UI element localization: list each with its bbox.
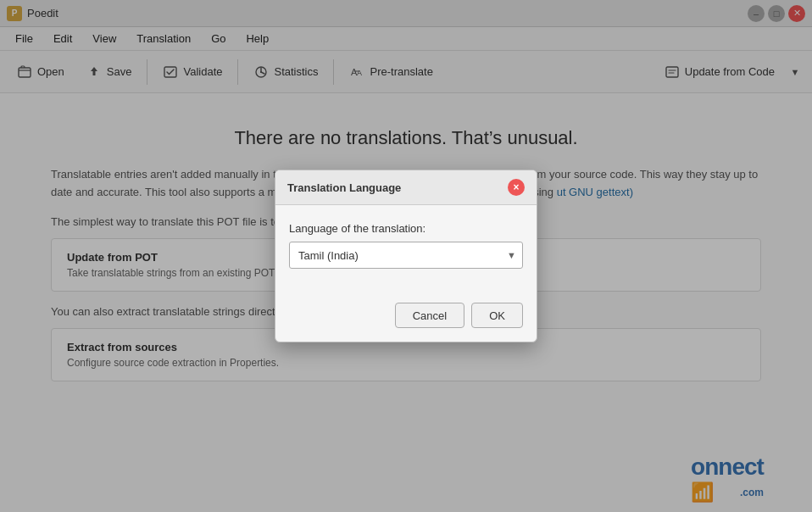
modal-header: Translation Language × [275,170,537,205]
ok-button[interactable]: OK [471,303,523,328]
modal-select-wrapper: Tamil (India) English French German Span… [289,242,523,269]
modal-title: Translation Language [287,181,401,194]
language-select[interactable]: Tamil (India) English French German Span… [289,242,523,269]
modal-close-button[interactable]: × [508,179,525,196]
modal-footer: Cancel OK [275,303,537,342]
cancel-button[interactable]: Cancel [395,303,464,328]
modal-overlay: Translation Language × Language of the t… [0,0,812,512]
modal-body: Language of the translation: Tamil (Indi… [275,205,537,303]
translation-language-dialog: Translation Language × Language of the t… [275,170,537,342]
modal-language-label: Language of the translation: [289,222,523,235]
